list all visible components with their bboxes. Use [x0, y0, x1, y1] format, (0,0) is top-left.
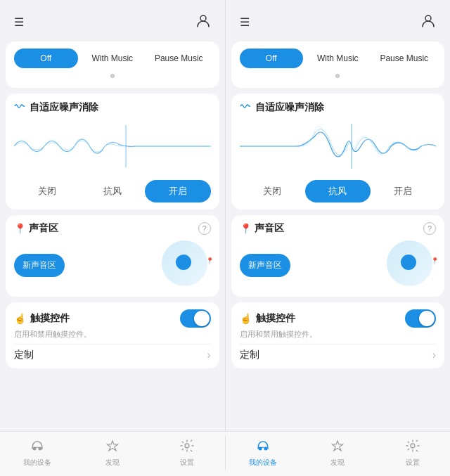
main-panels: ☰ Off With Music Pause Music — [0, 0, 450, 431]
mode-withmusic-left[interactable]: With Music — [81, 49, 145, 68]
touch-card-right: ☝ 触摸控件 启用和禁用触摸控件。 定制 › — [231, 302, 445, 368]
nav-discover-right[interactable]: 发现 — [300, 436, 375, 470]
mode-buttons-right: Off With Music Pause Music — [240, 49, 437, 68]
nav-panel-right: 我的设备 发现 设置 — [226, 436, 451, 470]
zone-card-left: 📍 声音区 ? 新声音区 📍 — [6, 215, 219, 297]
help-icon-right[interactable]: ? — [423, 222, 436, 235]
nav-settings-icon-left — [179, 439, 195, 456]
zone-dial-left: 📍 — [162, 240, 211, 290]
nav-settings-icon-right — [405, 439, 420, 456]
toggle-knob-left — [194, 311, 210, 326]
nav-discover-icon-left — [105, 439, 120, 456]
nav-discover-label-right: 发现 — [330, 458, 345, 468]
chevron-icon-right: › — [432, 349, 436, 361]
svg-point-1 — [23, 105, 25, 107]
mode-pausemusic-right[interactable]: Pause Music — [373, 49, 437, 68]
panel-right: ☰ Off With Music Pause Music — [226, 0, 451, 431]
profile-icon-right[interactable] — [420, 13, 436, 32]
nav-settings-right[interactable]: 设置 — [375, 436, 451, 470]
touch-icon-left: ☝ — [14, 313, 26, 324]
zone-content-left: 新声音区 📍 — [14, 240, 211, 290]
customize-row-left[interactable]: 定制 › — [14, 344, 211, 361]
noise-card-right: 自适应噪声消除 关闭 抗风 开启 — [231, 94, 445, 210]
nav-settings-left[interactable]: 设置 — [150, 436, 225, 470]
zone-pin-right: 📍 — [431, 257, 439, 264]
profile-icon-left[interactable] — [195, 13, 211, 32]
svg-point-0 — [200, 15, 206, 21]
noise-title-left: 自适应噪声消除 — [14, 101, 211, 114]
mode-withmusic-right[interactable]: With Music — [306, 49, 370, 68]
nav-discover-left[interactable]: 发现 — [75, 436, 150, 470]
noise-icon-right — [240, 101, 251, 114]
noise-buttons-left: 关闭 抗风 开启 — [14, 180, 211, 202]
noise-on-right[interactable]: 开启 — [371, 180, 436, 202]
noise-wind-right[interactable]: 抗风 — [305, 180, 371, 202]
location-icon-left: 📍 — [14, 223, 26, 234]
toggle-knob-right — [419, 311, 435, 326]
nav-mydevice-icon-right — [255, 439, 271, 456]
mode-indicator-right — [335, 74, 340, 78]
help-icon-left[interactable]: ? — [198, 222, 211, 235]
nav-mydevice-left[interactable]: 我的设备 — [0, 436, 75, 470]
menu-icon-left[interactable]: ☰ — [14, 15, 24, 29]
touch-icon-right: ☝ — [240, 313, 252, 324]
location-icon-right: 📍 — [240, 223, 252, 234]
touch-header-right: ☝ 触摸控件 — [240, 309, 437, 328]
zone-title-left: 📍 声音区 — [14, 222, 58, 235]
toggle-left[interactable] — [180, 309, 211, 328]
zone-header-right: 📍 声音区 ? — [240, 222, 437, 235]
zone-pin-left: 📍 — [206, 257, 214, 264]
new-zone-button-left[interactable]: 新声音区 — [14, 254, 65, 277]
noise-on-left[interactable]: 开启 — [145, 180, 210, 202]
mode-selector-left: Off With Music Pause Music — [6, 41, 219, 88]
nav-mydevice-label-left: 我的设备 — [23, 458, 51, 468]
top-bar-right: ☰ — [231, 6, 445, 36]
nav-mydevice-right[interactable]: 我的设备 — [226, 436, 301, 470]
chevron-icon-left: › — [207, 349, 210, 361]
new-zone-button-right[interactable]: 新声音区 — [240, 254, 290, 277]
waveform-left — [14, 118, 211, 174]
mode-off-left[interactable]: Off — [14, 49, 78, 68]
top-bar-left: ☰ — [6, 6, 219, 36]
nav-settings-label-left: 设置 — [180, 458, 194, 468]
noise-icon-left — [14, 101, 25, 114]
svg-point-4 — [249, 105, 250, 107]
menu-icon-right[interactable]: ☰ — [240, 15, 250, 29]
nav-mydevice-label-right: 我的设备 — [249, 458, 277, 468]
noise-wind-left[interactable]: 抗风 — [79, 180, 145, 202]
touch-title-left: ☝ 触摸控件 — [14, 312, 70, 325]
mode-indicator-left — [110, 74, 115, 78]
waveform-right — [240, 118, 437, 174]
nav-settings-label-right: 设置 — [406, 458, 420, 468]
svg-point-8 — [185, 444, 189, 448]
noise-buttons-right: 关闭 抗风 开启 — [240, 180, 437, 202]
mode-selector-right: Off With Music Pause Music — [231, 41, 445, 88]
noise-title-right: 自适应噪声消除 — [240, 101, 437, 114]
noise-off-right[interactable]: 关闭 — [240, 180, 305, 202]
noise-card-left: 自适应噪声消除 关闭 抗风 开启 — [6, 94, 219, 210]
zone-header-left: 📍 声音区 ? — [14, 222, 211, 235]
nav-discover-icon-right — [330, 439, 345, 456]
noise-off-left[interactable]: 关闭 — [14, 180, 79, 202]
panel-left: ☰ Off With Music Pause Music — [0, 0, 226, 431]
nav-panel-left: 我的设备 发现 设置 — [0, 436, 226, 470]
nav-discover-label-left: 发现 — [105, 458, 120, 468]
touch-title-right: ☝ 触摸控件 — [240, 312, 295, 325]
touch-header-left: ☝ 触摸控件 — [14, 309, 211, 328]
zone-card-right: 📍 声音区 ? 新声音区 📍 — [231, 215, 445, 297]
touch-subtitle-right: 启用和禁用触摸控件。 — [240, 329, 437, 340]
customize-label-right: 定制 — [240, 349, 259, 361]
mode-pausemusic-left[interactable]: Pause Music — [147, 49, 211, 68]
customize-row-right[interactable]: 定制 › — [240, 344, 437, 361]
zone-content-right: 新声音区 📍 — [240, 240, 437, 290]
mode-off-right[interactable]: Off — [240, 49, 304, 68]
zone-dial-right: 📍 — [387, 240, 436, 290]
customize-label-left: 定制 — [14, 349, 34, 361]
bottom-nav: 我的设备 发现 设置 — [0, 431, 450, 476]
zone-title-right: 📍 声音区 — [240, 222, 284, 235]
touch-subtitle-left: 启用和禁用触摸控件。 — [14, 329, 211, 340]
svg-point-3 — [425, 15, 431, 21]
svg-point-11 — [411, 444, 415, 448]
mode-buttons-left: Off With Music Pause Music — [14, 49, 211, 68]
toggle-right[interactable] — [405, 309, 436, 328]
